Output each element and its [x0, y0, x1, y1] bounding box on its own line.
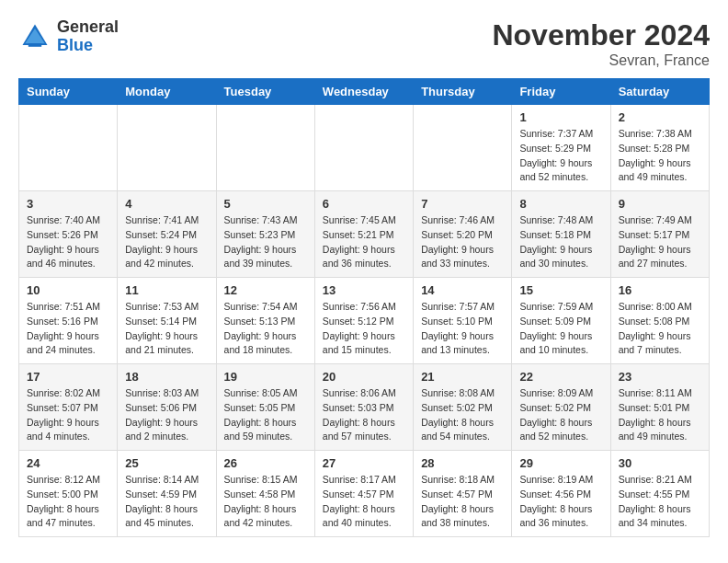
day-info: Sunrise: 8:14 AM Sunset: 4:59 PM Dayligh… — [125, 473, 208, 531]
calendar-day: 2 Sunrise: 7:38 AM Sunset: 5:28 PM Dayli… — [610, 105, 709, 191]
day-info: Sunrise: 8:09 AM Sunset: 5:02 PM Dayligh… — [519, 386, 602, 444]
calendar-day — [414, 105, 512, 191]
day-number: 20 — [323, 370, 405, 384]
day-number: 30 — [619, 456, 701, 470]
day-info: Sunrise: 7:40 AM Sunset: 5:26 PM Dayligh… — [27, 213, 109, 271]
weekday-header: Thursday — [414, 79, 512, 105]
day-info: Sunrise: 8:15 AM Sunset: 4:58 PM Dayligh… — [224, 473, 307, 531]
day-number: 6 — [323, 197, 405, 211]
calendar-week: 10 Sunrise: 7:51 AM Sunset: 5:16 PM Dayl… — [19, 278, 710, 364]
day-info: Sunrise: 7:59 AM Sunset: 5:09 PM Dayligh… — [519, 300, 602, 358]
day-info: Sunrise: 8:00 AM Sunset: 5:08 PM Dayligh… — [619, 300, 701, 358]
day-number: 1 — [519, 110, 602, 124]
day-number: 11 — [125, 283, 208, 297]
weekday-header: Sunday — [19, 79, 118, 105]
day-number: 18 — [125, 370, 208, 384]
calendar-day — [314, 105, 413, 191]
day-number: 10 — [27, 283, 109, 297]
day-number: 5 — [224, 197, 307, 211]
day-info: Sunrise: 8:11 AM Sunset: 5:01 PM Dayligh… — [619, 386, 701, 444]
day-info: Sunrise: 8:05 AM Sunset: 5:05 PM Dayligh… — [224, 386, 307, 444]
calendar-day: 18 Sunrise: 8:03 AM Sunset: 5:06 PM Dayl… — [118, 364, 216, 451]
calendar-day: 10 Sunrise: 7:51 AM Sunset: 5:16 PM Dayl… — [19, 278, 118, 364]
day-info: Sunrise: 7:49 AM Sunset: 5:17 PM Dayligh… — [619, 213, 701, 271]
weekday-header: Tuesday — [216, 79, 314, 105]
calendar-day: 29 Sunrise: 8:19 AM Sunset: 4:56 PM Dayl… — [512, 451, 610, 537]
calendar-day: 11 Sunrise: 7:53 AM Sunset: 5:14 PM Dayl… — [118, 278, 216, 364]
calendar-day — [118, 105, 216, 191]
day-info: Sunrise: 7:54 AM Sunset: 5:13 PM Dayligh… — [224, 300, 307, 358]
weekday-header: Saturday — [610, 79, 709, 105]
day-number: 29 — [519, 456, 602, 470]
day-number: 25 — [125, 456, 208, 470]
calendar-day: 6 Sunrise: 7:45 AM Sunset: 5:21 PM Dayli… — [314, 191, 413, 278]
day-info: Sunrise: 7:51 AM Sunset: 5:16 PM Dayligh… — [27, 300, 109, 358]
day-info: Sunrise: 8:21 AM Sunset: 4:55 PM Dayligh… — [619, 473, 701, 531]
day-number: 2 — [619, 110, 701, 124]
day-number: 28 — [421, 456, 504, 470]
calendar-week: 3 Sunrise: 7:40 AM Sunset: 5:26 PM Dayli… — [19, 191, 710, 278]
day-number: 26 — [224, 456, 307, 470]
calendar-day: 4 Sunrise: 7:41 AM Sunset: 5:24 PM Dayli… — [118, 191, 216, 278]
calendar-day: 17 Sunrise: 8:02 AM Sunset: 5:07 PM Dayl… — [19, 364, 118, 451]
day-info: Sunrise: 8:03 AM Sunset: 5:06 PM Dayligh… — [125, 386, 208, 444]
calendar-week: 1 Sunrise: 7:37 AM Sunset: 5:29 PM Dayli… — [19, 105, 710, 191]
day-info: Sunrise: 8:19 AM Sunset: 4:56 PM Dayligh… — [519, 473, 602, 531]
day-number: 8 — [519, 197, 602, 211]
calendar-week: 17 Sunrise: 8:02 AM Sunset: 5:07 PM Dayl… — [19, 364, 710, 451]
calendar-day: 30 Sunrise: 8:21 AM Sunset: 4:55 PM Dayl… — [610, 451, 709, 537]
day-number: 15 — [519, 283, 602, 297]
day-number: 17 — [27, 370, 109, 384]
day-number: 13 — [323, 283, 405, 297]
day-number: 21 — [421, 370, 504, 384]
calendar-body: 1 Sunrise: 7:37 AM Sunset: 5:29 PM Dayli… — [19, 105, 710, 537]
day-info: Sunrise: 8:18 AM Sunset: 4:57 PM Dayligh… — [421, 473, 504, 531]
calendar-day: 15 Sunrise: 7:59 AM Sunset: 5:09 PM Dayl… — [512, 278, 610, 364]
calendar-day: 21 Sunrise: 8:08 AM Sunset: 5:02 PM Dayl… — [414, 364, 512, 451]
calendar-day: 22 Sunrise: 8:09 AM Sunset: 5:02 PM Dayl… — [512, 364, 610, 451]
calendar-day: 26 Sunrise: 8:15 AM Sunset: 4:58 PM Dayl… — [216, 451, 314, 537]
calendar-day: 27 Sunrise: 8:17 AM Sunset: 4:57 PM Dayl… — [314, 451, 413, 537]
calendar-day — [216, 105, 314, 191]
day-info: Sunrise: 7:53 AM Sunset: 5:14 PM Dayligh… — [125, 300, 208, 358]
day-info: Sunrise: 8:06 AM Sunset: 5:03 PM Dayligh… — [323, 386, 405, 444]
weekday-header: Monday — [118, 79, 216, 105]
calendar-day: 19 Sunrise: 8:05 AM Sunset: 5:05 PM Dayl… — [216, 364, 314, 451]
calendar-day: 5 Sunrise: 7:43 AM Sunset: 5:23 PM Dayli… — [216, 191, 314, 278]
day-number: 27 — [323, 456, 405, 470]
day-number: 12 — [224, 283, 307, 297]
day-info: Sunrise: 7:38 AM Sunset: 5:28 PM Dayligh… — [619, 127, 701, 185]
weekday-header: Wednesday — [314, 79, 413, 105]
calendar-day: 20 Sunrise: 8:06 AM Sunset: 5:03 PM Dayl… — [314, 364, 413, 451]
day-number: 7 — [421, 197, 504, 211]
weekday-row: SundayMondayTuesdayWednesdayThursdayFrid… — [19, 79, 710, 105]
calendar-day: 9 Sunrise: 7:49 AM Sunset: 5:17 PM Dayli… — [610, 191, 709, 278]
day-number: 19 — [224, 370, 307, 384]
day-number: 16 — [619, 283, 701, 297]
day-number: 14 — [421, 283, 504, 297]
day-number: 3 — [27, 197, 109, 211]
weekday-header: Friday — [512, 79, 610, 105]
calendar-day: 13 Sunrise: 7:56 AM Sunset: 5:12 PM Dayl… — [314, 278, 413, 364]
calendar-day: 14 Sunrise: 7:57 AM Sunset: 5:10 PM Dayl… — [414, 278, 512, 364]
logo-blue: Blue — [57, 36, 93, 54]
day-info: Sunrise: 7:48 AM Sunset: 5:18 PM Dayligh… — [519, 213, 602, 271]
title-block: November 2024 Sevran, France — [492, 18, 710, 69]
calendar-day: 23 Sunrise: 8:11 AM Sunset: 5:01 PM Dayl… — [610, 364, 709, 451]
calendar-day: 1 Sunrise: 7:37 AM Sunset: 5:29 PM Dayli… — [512, 105, 610, 191]
month-year: November 2024 — [492, 18, 710, 52]
day-info: Sunrise: 7:45 AM Sunset: 5:21 PM Dayligh… — [323, 213, 405, 271]
day-info: Sunrise: 8:12 AM Sunset: 5:00 PM Dayligh… — [27, 473, 109, 531]
calendar-day: 12 Sunrise: 7:54 AM Sunset: 5:13 PM Dayl… — [216, 278, 314, 364]
day-number: 22 — [519, 370, 602, 384]
calendar-day: 16 Sunrise: 8:00 AM Sunset: 5:08 PM Dayl… — [610, 278, 709, 364]
calendar-day: 8 Sunrise: 7:48 AM Sunset: 5:18 PM Dayli… — [512, 191, 610, 278]
calendar-day: 3 Sunrise: 7:40 AM Sunset: 5:26 PM Dayli… — [19, 191, 118, 278]
calendar-day: 25 Sunrise: 8:14 AM Sunset: 4:59 PM Dayl… — [118, 451, 216, 537]
calendar-day — [19, 105, 118, 191]
page-header: General Blue November 2024 Sevran, Franc… — [18, 18, 710, 69]
day-number: 4 — [125, 197, 208, 211]
day-info: Sunrise: 7:43 AM Sunset: 5:23 PM Dayligh… — [224, 213, 307, 271]
logo-general: General — [57, 17, 119, 36]
calendar-day: 7 Sunrise: 7:46 AM Sunset: 5:20 PM Dayli… — [414, 191, 512, 278]
